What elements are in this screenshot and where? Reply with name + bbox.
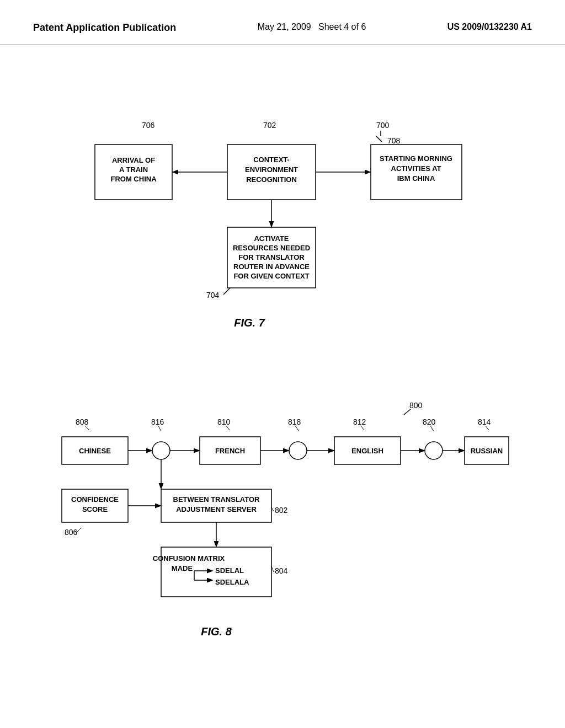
svg-text:SDELAL: SDELAL: [215, 566, 244, 575]
svg-text:CONFUSION MATRIX: CONFUSION MATRIX: [153, 554, 225, 563]
svg-line-4: [376, 136, 382, 142]
svg-text:812: 812: [353, 417, 366, 426]
header-patent-number: US 2009/0132230 A1: [447, 22, 532, 32]
svg-line-34: [85, 426, 89, 430]
svg-text:ACTIVATE: ACTIVATE: [254, 234, 289, 243]
svg-text:BETWEEN TRANSLATOR: BETWEEN TRANSLATOR: [173, 495, 260, 504]
svg-text:802: 802: [275, 506, 288, 515]
svg-text:810: 810: [217, 417, 231, 426]
svg-text:CONTEXT-: CONTEXT-: [253, 156, 290, 164]
svg-text:FOR GIVEN CONTEXT: FOR GIVEN CONTEXT: [233, 272, 309, 280]
page: Patent Application Publication May 21, 2…: [0, 0, 565, 728]
svg-text:MADE: MADE: [172, 564, 193, 572]
svg-text:ARRIVAL OF: ARRIVAL OF: [112, 156, 155, 164]
header-title: Patent Application Publication: [33, 22, 176, 34]
svg-text:702: 702: [263, 121, 276, 130]
svg-text:804: 804: [275, 566, 288, 575]
svg-text:ROUTER IN ADVANCE: ROUTER IN ADVANCE: [233, 263, 310, 271]
fig8-svg: 808 816 810 818 812 820 814 800: [45, 387, 520, 674]
svg-text:FROM CHINA: FROM CHINA: [110, 175, 157, 183]
svg-text:CONFIDENCE: CONFIDENCE: [71, 495, 119, 504]
svg-text:808: 808: [76, 417, 89, 426]
svg-point-51: [152, 442, 170, 459]
svg-text:SCORE: SCORE: [82, 505, 108, 513]
svg-line-38: [226, 426, 230, 430]
fig7-svg: 706 702 700 708 704 ARRIVAL OF A TRAIN F…: [62, 78, 503, 365]
svg-text:FRENCH: FRENCH: [215, 447, 245, 455]
svg-text:814: 814: [478, 417, 491, 426]
svg-line-44: [430, 426, 434, 431]
svg-text:ADJUSTMENT SERVER: ADJUSTMENT SERVER: [176, 505, 257, 513]
svg-line-42: [361, 426, 364, 430]
svg-text:704: 704: [206, 291, 220, 299]
svg-text:FIG. 7: FIG. 7: [234, 317, 265, 329]
header-sheet: Sheet 4 of 6: [318, 22, 366, 31]
svg-text:CHINESE: CHINESE: [79, 447, 111, 455]
svg-text:708: 708: [387, 136, 401, 145]
svg-text:ACTIVITIES AT: ACTIVITIES AT: [391, 164, 441, 173]
svg-text:RESOURCES NEEDED: RESOURCES NEEDED: [233, 244, 310, 252]
svg-text:ENGLISH: ENGLISH: [351, 447, 383, 455]
svg-text:FOR TRANSLATOR: FOR TRANSLATOR: [238, 253, 305, 261]
svg-text:FIG. 8: FIG. 8: [201, 625, 232, 638]
svg-point-57: [425, 442, 443, 459]
svg-text:806: 806: [65, 528, 78, 537]
svg-line-36: [158, 426, 161, 431]
header-date: May 21, 2009: [258, 22, 311, 31]
figure-7-section: 706 702 700 708 704 ARRIVAL OF A TRAIN F…: [62, 78, 503, 365]
svg-text:816: 816: [151, 417, 164, 426]
svg-point-54: [289, 442, 307, 459]
header-date-sheet: May 21, 2009 Sheet 4 of 6: [258, 22, 366, 32]
svg-text:ENVIRONMENT: ENVIRONMENT: [245, 165, 298, 174]
svg-text:SDELALA: SDELALA: [215, 578, 249, 586]
svg-text:800: 800: [409, 401, 423, 410]
svg-text:818: 818: [288, 417, 301, 426]
svg-text:700: 700: [376, 121, 390, 130]
svg-text:IBM CHINA: IBM CHINA: [397, 174, 435, 183]
svg-text:706: 706: [142, 121, 155, 130]
svg-text:A TRAIN: A TRAIN: [119, 165, 148, 174]
svg-line-48: [404, 409, 411, 415]
svg-text:RECOGNITION: RECOGNITION: [246, 175, 297, 184]
figure-8-section: 808 816 810 818 812 820 814 800: [45, 387, 520, 674]
svg-text:RUSSIAN: RUSSIAN: [471, 447, 503, 455]
svg-text:820: 820: [423, 417, 436, 426]
svg-line-40: [295, 426, 299, 431]
svg-line-46: [486, 426, 489, 430]
page-header: Patent Application Publication May 21, 2…: [0, 0, 565, 45]
svg-text:STARTING MORNING: STARTING MORNING: [380, 154, 452, 163]
